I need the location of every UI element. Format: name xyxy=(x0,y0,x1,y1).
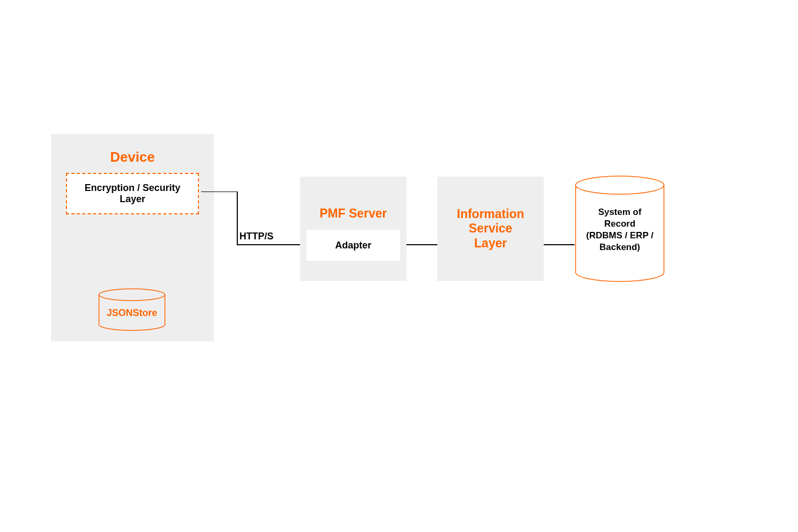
jsonstore-cylinder: JSONStore xyxy=(98,288,166,331)
connector-info-system xyxy=(544,244,575,245)
jsonstore-label: JSONStore xyxy=(98,307,166,319)
system-of-record-cylinder: System of Record (RDBMS / ERP / Backend) xyxy=(575,176,665,282)
system-record-line1: System of xyxy=(575,206,665,218)
info-service-box: Information Service Layer xyxy=(437,177,544,281)
system-record-line3: (RDBMS / ERP / xyxy=(575,230,665,242)
info-service-title-1: Information xyxy=(457,207,525,222)
svg-point-1 xyxy=(576,176,664,194)
pmf-server-box: PMF Server Adapter xyxy=(300,177,406,281)
connector-server-info xyxy=(406,244,437,245)
device-box: Device PMF App WLJSONStore API Encryptio… xyxy=(51,134,214,342)
device-title: Device xyxy=(51,134,214,165)
info-service-title-3: Layer xyxy=(474,236,506,251)
adapter-label: Adapter xyxy=(335,240,371,251)
http-label: HTTP/S xyxy=(239,231,273,242)
info-service-title-2: Service xyxy=(469,221,512,236)
adapter-box: Adapter xyxy=(306,230,400,261)
system-record-line2: Record xyxy=(575,218,665,230)
svg-point-0 xyxy=(99,289,165,301)
encryption-layer-label: Encryption / Security Layer xyxy=(67,182,198,205)
system-record-line4: Backend) xyxy=(575,242,665,253)
architecture-diagram: Device PMF App WLJSONStore API Encryptio… xyxy=(0,0,798,532)
encryption-layer-box: Encryption / Security Layer xyxy=(66,173,199,214)
pmf-server-title: PMF Server xyxy=(300,177,406,221)
